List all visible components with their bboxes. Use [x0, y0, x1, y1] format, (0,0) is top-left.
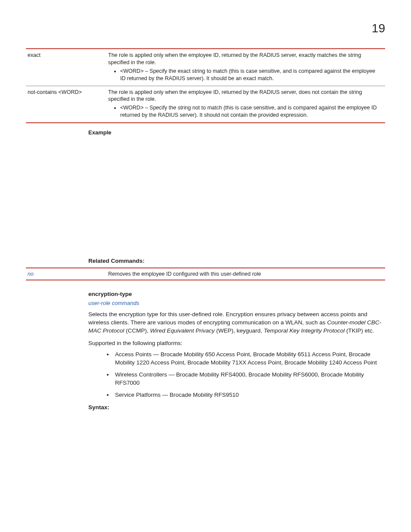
desc-list: <WORD> – Specify the exact string to mat… — [108, 68, 382, 82]
page-content: 19 exact The role is applied only when t… — [0, 0, 411, 436]
param-key: exact — [26, 49, 106, 86]
page-number: 19 — [26, 22, 385, 35]
content-block: Example Related Commands: — [88, 129, 385, 264]
list-item: Service Platforms — Brocade Mobility RFS… — [113, 391, 385, 399]
related-commands-heading: Related Commands: — [88, 258, 385, 264]
blank-space — [88, 136, 385, 250]
list-item: <WORD> – Specify the exact string to mat… — [120, 68, 382, 82]
syntax-heading: Syntax: — [88, 404, 385, 411]
content-block: encryption-type user-role commands Selec… — [88, 291, 385, 411]
related-desc: Removes the employee ID configured with … — [106, 268, 385, 280]
example-heading: Example — [88, 129, 385, 136]
encryption-type-heading: encryption-type — [88, 291, 385, 297]
italic-text: Wired Equivalent Privacy — [150, 327, 215, 334]
text: (TKIP) etc. — [345, 327, 374, 334]
parameter-table: exact The role is applied only when the … — [26, 48, 385, 123]
related-key: no — [26, 268, 106, 280]
list-item: Access Points — Brocade Mobility 650 Acc… — [113, 350, 385, 367]
user-role-commands-link[interactable]: user-role commands — [88, 300, 385, 306]
text: Selects the encryption type for this use… — [88, 311, 367, 326]
table-row: no Removes the employee ID configured wi… — [26, 268, 385, 280]
param-key: not-contains <WORD> — [26, 86, 106, 123]
list-item: Wireless Controllers — Brocade Mobility … — [113, 370, 385, 387]
related-commands-table: no Removes the employee ID configured wi… — [26, 268, 385, 280]
text: (CCMP), — [124, 327, 150, 334]
desc-text: The role is applied only when the employ… — [108, 52, 361, 65]
param-desc: The role is applied only when the employ… — [106, 49, 385, 86]
desc-list: <WORD> – Specify the string not to match… — [108, 104, 382, 119]
table-row: exact The role is applied only when the … — [26, 49, 385, 86]
italic-text: Temporal Key Integrity Protocol — [264, 327, 345, 334]
param-desc: The role is applied only when the employ… — [106, 86, 385, 123]
platforms-list: Access Points — Brocade Mobility 650 Acc… — [88, 350, 385, 399]
text: (WEP), keyguard, — [215, 327, 264, 334]
list-item: <WORD> – Specify the string not to match… — [120, 104, 382, 119]
supported-platforms-text: Supported in the following platforms: — [88, 339, 385, 348]
description-paragraph: Selects the encryption type for this use… — [88, 311, 385, 335]
table-row: not-contains <WORD> The role is applied … — [26, 86, 385, 123]
desc-text: The role is applied only when the employ… — [108, 89, 362, 103]
